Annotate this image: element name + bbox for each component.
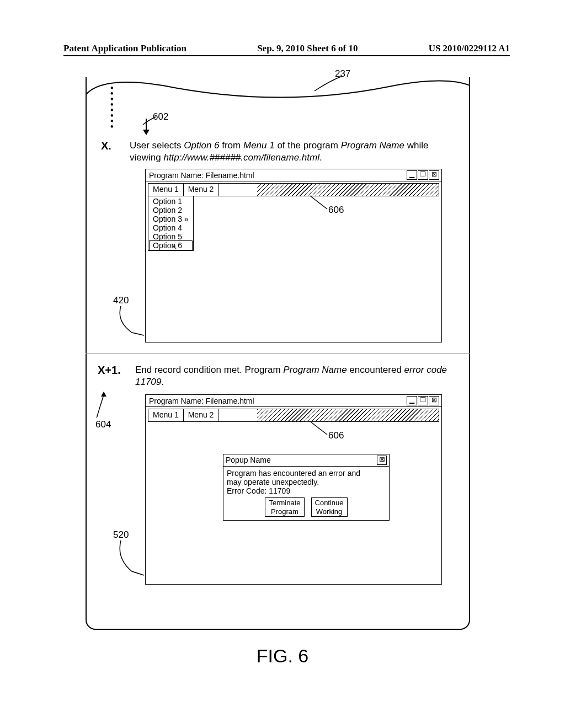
leader-420 <box>115 305 148 338</box>
title-bar-2[interactable]: Program Name: Filename.html ▁ ❐ ⊠ <box>146 395 441 407</box>
option-5[interactable]: Option 5 <box>150 232 192 241</box>
option-4[interactable]: Option 4 <box>150 223 192 232</box>
leader-520 <box>115 539 148 578</box>
menu-2-tab[interactable]: Menu 2 <box>184 184 219 196</box>
torn-edge <box>86 76 470 109</box>
menu-1-tab[interactable]: Menu 1 <box>148 409 184 421</box>
menu-2-tab[interactable]: Menu 2 <box>184 409 219 421</box>
step-x-number: X. <box>101 138 111 153</box>
app-window-step-x: Program Name: Filename.html ▁ ❐ ⊠ Menu 1… <box>145 169 442 342</box>
option-2[interactable]: Option 2 <box>150 206 192 215</box>
close-icon[interactable]: ⊠ <box>429 170 439 180</box>
url-bar-hatched-2[interactable] <box>257 409 439 421</box>
step-x1-text: X+1. End record condition met. Program P… <box>135 364 455 388</box>
leader-237 <box>312 72 350 94</box>
arrow-602 <box>143 119 150 136</box>
option-3[interactable]: Option 3 » <box>150 215 192 223</box>
popup-msg-line1: Program has encountered an error and <box>227 469 386 478</box>
popup-body: Program has encountered an error and may… <box>223 467 389 520</box>
menu-bar-2: Menu 1 Menu 2 <box>148 409 439 422</box>
header-left: Patent Application Publication <box>63 43 186 54</box>
app-body: Option 1 Option 2 Option 3 » Option 4 Op… <box>146 196 441 342</box>
callout-420: 420 <box>113 295 129 306</box>
popup-title-bar[interactable]: Popup Name ⊠ <box>223 454 389 467</box>
menu-bar: Menu 1 Menu 2 <box>148 183 439 196</box>
close-icon[interactable]: ⊠ <box>429 396 439 405</box>
terminate-program-button[interactable]: Terminate Program <box>265 497 304 517</box>
popup-close-icon[interactable]: ⊠ <box>377 456 387 465</box>
app-window-step-x1: Program Name: Filename.html ▁ ❐ ⊠ Menu 1… <box>145 394 442 585</box>
title-bar[interactable]: Program Name: Filename.html ▁ ❐ ⊠ <box>146 169 441 181</box>
callout-606-b: 606 <box>328 430 344 441</box>
minimize-icon[interactable]: ▁ <box>407 396 417 405</box>
popup-msg-line2: may operate unexpectedly. <box>227 478 386 486</box>
callout-604: 604 <box>95 419 111 430</box>
step-x1-number: X+1. <box>98 363 121 377</box>
step-x-text: X. User selects Option 6 from Menu 1 of … <box>130 140 455 164</box>
header-center: Sep. 9, 2010 Sheet 6 of 10 <box>257 43 358 54</box>
error-popup: Popup Name ⊠ Program has encountered an … <box>223 454 390 521</box>
callout-606-a: 606 <box>328 205 344 216</box>
window-controls: ▁ ❐ ⊠ <box>407 170 439 180</box>
menu-1-dropdown: Option 1 Option 2 Option 3 » Option 4 Op… <box>148 196 194 251</box>
window-controls-2: ▁ ❐ ⊠ <box>407 396 439 405</box>
figure-label: FIG. 6 <box>0 645 565 667</box>
window-title-2: Program Name: Filename.html <box>149 397 254 405</box>
continuation-dots-top: •••••••• <box>110 85 114 130</box>
window-title: Program Name: Filename.html <box>149 171 254 180</box>
popup-msg-line3: Error Code: 11709 <box>227 486 386 495</box>
patent-figure-page: Patent Application Publication Sep. 9, 2… <box>0 0 565 728</box>
continue-working-button[interactable]: Continue Working <box>311 497 348 517</box>
maximize-icon[interactable]: ❐ <box>418 396 428 405</box>
step-separator <box>86 353 470 354</box>
option-1[interactable]: Option 1 <box>150 197 192 206</box>
popup-title: Popup Name <box>226 456 271 465</box>
cursor-icon: ↖ <box>172 244 177 251</box>
leader-604 <box>97 395 113 422</box>
page-header: Patent Application Publication Sep. 9, 2… <box>63 43 510 56</box>
option-6-selected[interactable]: Option 6 <box>149 240 193 250</box>
callout-602: 602 <box>153 111 168 122</box>
minimize-icon[interactable]: ▁ <box>407 170 417 180</box>
leader-606a <box>308 195 331 211</box>
app-body-2: Popup Name ⊠ Program has encountered an … <box>146 422 441 584</box>
header-right: US 2010/0229112 A1 <box>429 43 510 54</box>
leader-606b <box>308 420 331 437</box>
callout-520: 520 <box>113 529 129 540</box>
url-bar-hatched[interactable] <box>257 184 439 196</box>
callout-237: 237 <box>335 68 350 79</box>
figure-237-frame: •••••••• 237 602 X. User selects Option … <box>86 77 470 630</box>
maximize-icon[interactable]: ❐ <box>418 170 428 180</box>
menu-1-tab[interactable]: Menu 1 <box>148 184 184 196</box>
